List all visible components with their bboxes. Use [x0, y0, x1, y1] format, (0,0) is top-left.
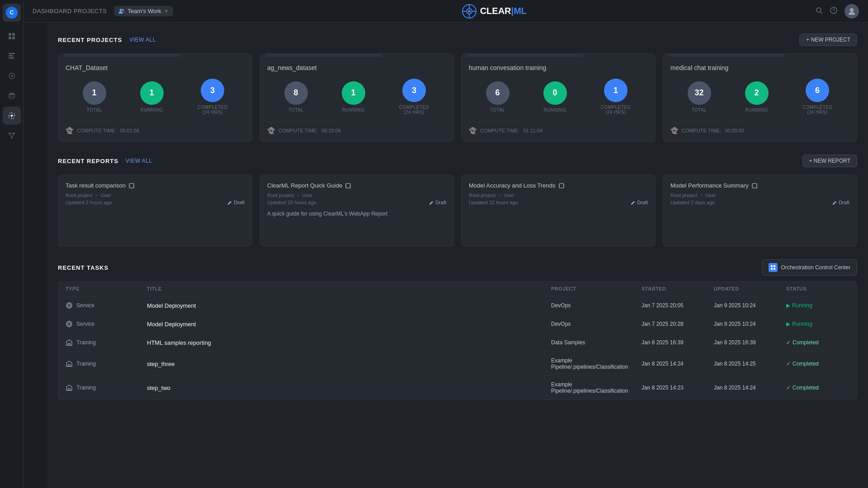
completed-circle: 1	[604, 79, 627, 102]
svg-text:?: ?	[832, 8, 835, 13]
completed-circle: 3	[402, 79, 426, 102]
table-row[interactable]: Service Model Deployment DevOps Jan 7 20…	[58, 315, 857, 333]
running-circle: 2	[745, 81, 769, 105]
svg-rect-32	[774, 268, 775, 270]
draft-badge: Draft	[429, 200, 446, 205]
new-report-button[interactable]: + NEW REPORT	[802, 155, 857, 167]
task-project-cell: Example Pipeline/.pipelines/Classificati…	[551, 357, 642, 370]
table-row[interactable]: Training step_three Example Pipeline/.pi…	[58, 352, 857, 376]
training-icon	[66, 339, 73, 346]
table-row[interactable]: Training HTML samples reporting Data Sam…	[58, 333, 857, 352]
project-card-1[interactable]: ag_news_dataset 8 TOTAL 1 RUNNING 3 COMP…	[259, 53, 454, 142]
stat-running: 2 RUNNING	[745, 81, 769, 113]
report-title-text: Model Performance Summary	[670, 182, 749, 189]
sidebar-item-models[interactable]	[3, 67, 21, 85]
running-label: RUNNING	[342, 108, 365, 113]
sidebar-item-dashboard[interactable]	[3, 27, 21, 45]
occ-icon	[769, 263, 778, 272]
svg-point-7	[9, 93, 14, 95]
main-content: RECENT PROJECTS VIEW ALL + NEW PROJECT C…	[47, 23, 868, 488]
task-updated-cell: Jan 9 2025 10:24	[714, 321, 786, 327]
sidebar-item-settings[interactable]	[3, 107, 21, 125]
project-name: ag_news_dataset	[267, 64, 446, 71]
header-started: STARTED	[642, 286, 714, 291]
project-name: CHAT_Dataset	[66, 64, 245, 71]
task-type-cell: Training	[66, 339, 147, 346]
header-updated: UPDATED	[714, 286, 786, 291]
report-meta: Root project • User	[66, 192, 245, 198]
draft-badge: Draft	[832, 200, 849, 205]
completed-label: COMPLETED(24 hrs)	[802, 105, 833, 115]
task-project-cell: Example Pipeline/.pipelines/Classificati…	[551, 381, 642, 394]
stat-completed: 3 COMPLETED(24 hrs)	[399, 79, 429, 115]
total-label: TOTAL	[288, 108, 304, 113]
project-card-0[interactable]: CHAT_Dataset 1 TOTAL 1 RUNNING 3 COMPLET…	[58, 53, 252, 142]
task-status-cell: ✓Completed	[786, 385, 849, 391]
project-card-2[interactable]: human convesation training 6 TOTAL 0 RUN…	[461, 53, 656, 142]
task-status-cell: ▶Running	[786, 302, 849, 309]
project-footer: 👻 COMPUTE TIME: 01:11:04	[469, 122, 648, 134]
project-footer: 👻 COMPUTE TIME: 00:33:06	[267, 122, 446, 134]
report-card-3[interactable]: Model Performance Summary Root project •…	[663, 174, 857, 247]
compute-time: 00:00:00	[725, 128, 744, 133]
report-title: Model Performance Summary	[670, 182, 758, 189]
user-avatar[interactable]	[844, 4, 859, 19]
tasks-section: RECENT TASKS Orchestration Control Cente…	[58, 259, 857, 400]
stat-total: 1 TOTAL	[83, 81, 106, 113]
report-card-1[interactable]: ClearML Report Quick Guide Root project …	[259, 174, 454, 247]
help-button[interactable]: ?	[830, 7, 837, 16]
dashboard-title: DASHBOARD PROJECTS	[33, 8, 107, 14]
task-project-cell: DevOps	[551, 302, 642, 309]
ghost-icon: 👻	[469, 127, 476, 134]
table-row[interactable]: Service Model Deployment DevOps Jan 7 20…	[58, 296, 857, 315]
completed-label: COMPLETED(24 hrs)	[198, 105, 228, 115]
play-icon: ▶	[786, 302, 790, 309]
check-icon: ✓	[786, 339, 791, 346]
svg-point-10	[13, 132, 15, 134]
stat-running: 1 RUNNING	[140, 81, 164, 113]
reports-view-all[interactable]: VIEW ALL	[126, 158, 152, 164]
task-status-cell: ✓Completed	[786, 361, 849, 367]
report-pin-icon	[751, 183, 758, 189]
clearml-logo-icon	[462, 4, 476, 19]
team-dropdown-icon: ▼	[164, 9, 169, 14]
clearml-logo: CLEAR|ML	[462, 4, 527, 19]
report-root-project: Root project	[670, 192, 697, 198]
report-card-0[interactable]: Task result comparison Root project • Us…	[58, 174, 252, 247]
service-icon	[66, 320, 73, 328]
reports-grid: Task result comparison Root project • Us…	[58, 174, 857, 247]
report-root-project: Root project	[469, 192, 495, 198]
team-selector[interactable]: Team's Work ▼	[114, 6, 173, 16]
header-type: TYPE	[66, 286, 147, 291]
search-button[interactable]	[816, 7, 823, 16]
project-name: medical chat training	[670, 64, 849, 71]
project-footer: 👻 COMPUTE TIME: 00:01:08	[66, 122, 245, 134]
task-project-cell: Data Samples	[551, 339, 642, 346]
completed-circle: 6	[806, 79, 829, 102]
orchestration-control-center-button[interactable]: Orchestration Control Center	[762, 259, 857, 276]
completed-label: COMPLETED(24 hrs)	[601, 105, 631, 115]
table-row[interactable]: Training step_two Example Pipeline/.pipe…	[58, 376, 857, 399]
svg-point-9	[9, 132, 10, 134]
sidebar: C	[0, 0, 24, 488]
sidebar-item-datasets[interactable]	[3, 87, 21, 105]
svg-point-40	[68, 323, 71, 325]
task-type-label: Training	[76, 385, 96, 391]
new-project-button[interactable]: + NEW PROJECT	[799, 33, 857, 46]
sidebar-item-experiments[interactable]	[3, 47, 21, 65]
report-card-2[interactable]: Model Accuracy and Loss Trends Root proj…	[461, 174, 656, 247]
play-icon: ▶	[786, 321, 790, 327]
sidebar-logo[interactable]: C	[3, 4, 21, 22]
projects-view-all[interactable]: VIEW ALL	[129, 37, 156, 43]
sidebar-item-pipelines[interactable]	[3, 127, 21, 145]
stat-running: 0 RUNNING	[543, 81, 567, 113]
report-pin-icon	[558, 183, 565, 189]
tasks-header: RECENT TASKS Orchestration Control Cente…	[58, 259, 857, 276]
stat-running: 1 RUNNING	[342, 81, 365, 113]
logo-ml: ML	[514, 6, 527, 16]
report-meta: Root project • User	[267, 192, 446, 198]
project-card-3[interactable]: medical chat training 32 TOTAL 2 RUNNING…	[663, 53, 857, 142]
svg-rect-29	[771, 265, 773, 267]
task-started-cell: Jan 8 2025 14:23	[642, 385, 714, 391]
svg-rect-4	[9, 57, 14, 59]
